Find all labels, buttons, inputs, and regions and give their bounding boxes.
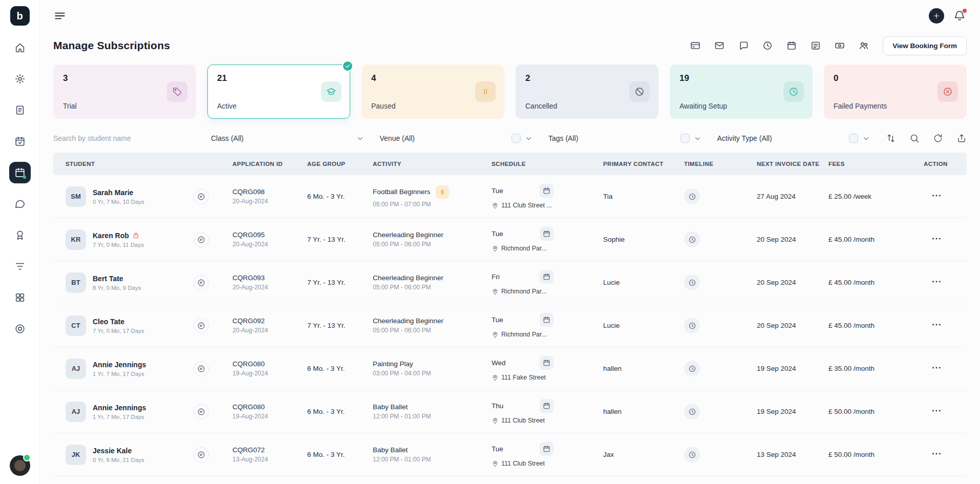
schedule-day: Tue	[492, 445, 518, 453]
topbar	[53, 0, 967, 32]
sidebar-item-settings[interactable]	[9, 68, 31, 90]
sidebar-item-bookings[interactable]	[9, 131, 31, 152]
view-booking-form-button[interactable]: View Booking Form	[883, 36, 967, 55]
timeline-icon[interactable]	[684, 318, 700, 333]
row-actions-button[interactable]	[931, 190, 942, 201]
card-icon[interactable]	[690, 40, 700, 51]
timeline-icon[interactable]	[684, 188, 700, 204]
chat-circle-icon[interactable]	[194, 232, 209, 247]
dropdown-venue-all[interactable]: Venue (All)	[380, 134, 534, 143]
clock-icon[interactable]	[762, 40, 773, 51]
column-header: ACTION	[924, 161, 967, 167]
sidebar-item-tasks[interactable]	[9, 256, 31, 277]
dashboard-icon	[14, 292, 26, 303]
column-header: NEXT INVOICE DATE	[757, 161, 828, 167]
table-row[interactable]: CTCleo Tate7 Yr, 0 Mo, 17 DaysCQRG09220-…	[53, 304, 967, 347]
table-row[interactable]: AJAnnie Jennings1 Yr, 7 Mo, 17 DaysCQRG0…	[53, 390, 967, 433]
user-avatar[interactable]	[10, 455, 30, 476]
chevron-down-icon	[693, 134, 702, 143]
checkbox[interactable]	[512, 134, 521, 143]
app-logo[interactable]: b	[10, 6, 30, 26]
row-actions-button[interactable]	[931, 362, 942, 373]
calendar-icon[interactable]	[540, 184, 553, 198]
swap-icon[interactable]	[886, 133, 896, 143]
student-age: 8 Yr, 0 Mo, 9 Days	[93, 285, 141, 291]
dropdown-activity-type-all[interactable]: Activity Type (All)	[717, 134, 871, 143]
sidebar-item-dashboard[interactable]	[9, 287, 31, 308]
sidebar-item-home[interactable]	[9, 37, 31, 58]
table-row[interactable]: AJAnnie Jennings1 Yr, 7 Mo, 17 DaysCQRG0…	[53, 347, 967, 390]
stat-card-cancelled[interactable]: 2Cancelled	[516, 65, 658, 119]
avatar: CT	[66, 315, 86, 336]
sidebar-item-help[interactable]	[9, 318, 31, 340]
dropdown-label: Venue (All)	[380, 134, 415, 142]
calendar-icon[interactable]	[540, 313, 553, 327]
stat-card-awaiting-setup[interactable]: 19Awaiting Setup	[670, 65, 813, 119]
timeline-icon[interactable]	[684, 275, 700, 290]
chat-circle-icon[interactable]	[194, 275, 209, 290]
table-row[interactable]: SMSarah Marie0 Yr, 7 Mo, 10 DaysCQRG0982…	[53, 175, 967, 218]
application-id: CQRG092	[232, 317, 302, 325]
stat-card-trial[interactable]: 3Trial	[53, 65, 196, 119]
timeline-icon[interactable]	[684, 404, 700, 419]
calendar-icon[interactable]	[540, 356, 553, 370]
dropdown-tags-all[interactable]: Tags (All)	[548, 134, 702, 143]
chat-circle-icon[interactable]	[194, 189, 209, 204]
age-group: 7 Yr. - 13 Yr.	[307, 279, 373, 286]
next-invoice-date: 27 Aug 2024	[757, 193, 828, 200]
student-age: 1 Yr, 7 Mo, 17 Days	[93, 371, 146, 377]
table-row[interactable]: KRKaren Rob7 Yr, 0 Mo, 11 DaysCQRG09520-…	[53, 218, 967, 261]
calendar-icon[interactable]	[540, 227, 553, 241]
calendar-icon[interactable]	[540, 270, 553, 284]
stat-card-paused[interactable]: 4Paused	[361, 65, 504, 119]
list-icon[interactable]	[811, 40, 821, 51]
fee-badge-icon[interactable]	[436, 185, 449, 199]
chat-circle-icon[interactable]	[194, 447, 209, 462]
sidebar-item-notes[interactable]	[9, 99, 31, 121]
sidebar-item-certificates[interactable]	[9, 224, 31, 246]
message-icon[interactable]	[738, 40, 749, 51]
chat-circle-icon[interactable]	[194, 404, 209, 419]
fees: £ 45.00 /month	[828, 322, 924, 329]
row-actions-button[interactable]	[931, 319, 942, 330]
column-header: AGE GROUP	[307, 161, 373, 167]
dropdown-class-all[interactable]: Class (All)	[211, 134, 365, 143]
stat-card-failed-payments[interactable]: 0Failed Payments	[824, 65, 967, 119]
cash-icon[interactable]	[835, 40, 845, 51]
calendar-icon[interactable]	[540, 442, 553, 456]
export-icon[interactable]	[956, 133, 967, 143]
student-age: 1 Yr, 7 Mo, 17 Days	[93, 414, 146, 420]
timeline-icon[interactable]	[684, 447, 700, 462]
pin-icon	[492, 417, 499, 424]
checkbox[interactable]	[680, 134, 690, 143]
table-row[interactable]: JKJessie Kale0 Yr, 6 Mo, 21 DaysCQRG0721…	[53, 433, 967, 476]
timeline-icon[interactable]	[684, 232, 700, 247]
table-row[interactable]: BTBert Tate8 Yr, 0 Mo, 9 DaysCQRG09320-A…	[53, 261, 967, 304]
fees: £ 35.00 /month	[828, 365, 924, 372]
fees: £ 50.00 /month	[828, 408, 924, 415]
pin-icon	[492, 245, 499, 252]
chat-circle-icon[interactable]	[194, 361, 209, 376]
activity-time: 03:00 PM - 04:00 PM	[373, 370, 486, 377]
users-icon[interactable]	[859, 40, 869, 51]
search-input[interactable]	[53, 134, 196, 142]
checkbox[interactable]	[849, 134, 858, 143]
row-actions-button[interactable]	[931, 233, 942, 244]
sidebar-item-subscriptions[interactable]	[9, 162, 31, 183]
add-button[interactable]	[929, 8, 944, 24]
notifications-button[interactable]	[953, 9, 967, 23]
row-actions-button[interactable]	[931, 276, 942, 287]
row-actions-button[interactable]	[931, 448, 942, 459]
chat-circle-icon[interactable]	[194, 318, 209, 333]
calendar-icon[interactable]	[786, 40, 797, 51]
refresh-icon[interactable]	[933, 133, 943, 143]
mail-icon[interactable]	[714, 40, 725, 51]
menu-icon[interactable]	[53, 9, 67, 23]
row-actions-button[interactable]	[931, 405, 942, 416]
calendar-check-icon	[14, 136, 26, 147]
sidebar-item-messages[interactable]	[9, 193, 31, 215]
timeline-icon[interactable]	[684, 361, 700, 376]
calendar-icon[interactable]	[540, 399, 553, 413]
search-icon[interactable]	[909, 133, 920, 143]
stat-card-active[interactable]: 21Active	[207, 65, 350, 119]
